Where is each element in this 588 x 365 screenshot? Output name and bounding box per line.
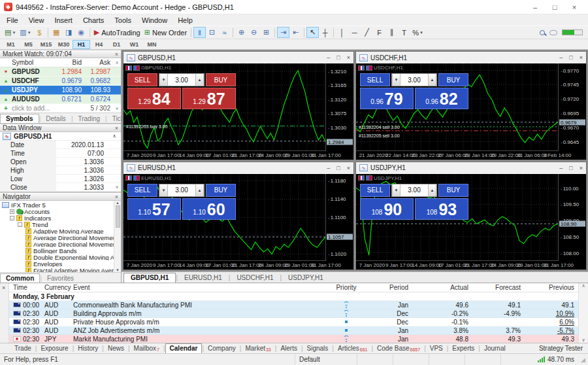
calendar-row[interactable]: 02:30AUDANZ Job Advertisements m/mJan3.8… <box>9 326 578 335</box>
event-name[interactable]: ANZ Job Advertisements m/m <box>73 327 327 334</box>
tree-item-average-directional-movement[interactable]: fAverage Directional Movement <box>0 234 114 241</box>
toolbox-tab-mailbox[interactable]: Mailbox7 <box>130 344 163 353</box>
volume-decrease-button[interactable]: ▼ <box>159 184 168 196</box>
collapse-icon[interactable]: - <box>18 222 22 227</box>
volume-spinner[interactable]: ▼3.00▲ <box>391 184 437 197</box>
column-header-forecast[interactable]: Forecast <box>468 284 521 291</box>
tree-item-indicators[interactable]: -fIndicators <box>0 215 114 221</box>
chat-icon[interactable] <box>549 30 557 35</box>
tree-item-accounts[interactable]: +Accounts <box>0 208 114 215</box>
navigator-toggle-button[interactable]: ◨ <box>63 27 75 38</box>
calendar-row[interactable]: 00:00AUDCommonwealth Bank Manufacturing … <box>9 301 578 309</box>
zoom-in-button[interactable]: ⊕ <box>235 27 248 38</box>
horizontal-line-tool-button[interactable]: ─ <box>348 27 361 38</box>
sell-price-box[interactable]: 1.2984 <box>127 88 181 109</box>
market-watch-close-icon[interactable]: × <box>115 51 118 58</box>
tile-windows-button[interactable]: ⊞ <box>260 27 272 38</box>
timeframe-mn[interactable]: MN <box>143 40 161 49</box>
calendar-row[interactable]: 02:30AUDBuilding Approvals m/mDec-0.2%-4… <box>9 309 578 318</box>
chart-tab-usdjpy-h1[interactable]: USDJPY,H1 <box>282 273 330 283</box>
tree-item-trend[interactable]: -fTrend <box>0 221 114 228</box>
tab-trading[interactable]: Trading <box>73 114 105 123</box>
column-header-priority[interactable]: Priority <box>327 284 365 291</box>
chart-tab-eurusd-h1[interactable]: EURUSD,H1 <box>178 273 229 283</box>
one-click-collapse-icon[interactable] <box>358 175 365 181</box>
sell-button[interactable]: SELL <box>360 184 390 197</box>
chart-area[interactable]: USDCHF,H1#11392204 sell 3.00#11392205 se… <box>356 63 586 160</box>
sell-button[interactable]: SELL <box>127 73 157 86</box>
chart-window-gbpusd-h1[interactable]: ∿GBPUSD,H1–□×GBPUSD,H1#11392203 buy 3.00… <box>123 51 354 160</box>
chart-tab-gbpusd-h1[interactable]: GBPUSD,H1 <box>123 273 176 283</box>
menu-help[interactable]: Help <box>172 16 198 25</box>
volume-spinner[interactable]: ▼3.00▲ <box>391 73 437 86</box>
volume-decrease-button[interactable]: ▼ <box>392 74 400 86</box>
chart-tab-usdchf-h1[interactable]: USDCHF,H1 <box>230 273 280 283</box>
chart-shift-button[interactable]: ⇤ <box>289 27 302 38</box>
chart-area[interactable]: EURUSD,H11.11801.11401.11001.10601.10201… <box>123 174 353 270</box>
profiles-button[interactable]: ▥▼ <box>18 27 33 38</box>
scroll-up-icon[interactable]: ∧ <box>581 283 585 288</box>
buy-button[interactable]: BUY <box>438 73 468 86</box>
add-symbol-icon[interactable]: + <box>0 105 12 112</box>
market-watch-toggle-button[interactable]: $ <box>33 27 46 38</box>
event-name[interactable]: Building Approvals m/m <box>73 310 327 317</box>
chart-area[interactable]: USDJPY,H1110.00109.50109.00108.50108.001… <box>356 174 586 270</box>
timeframe-w1[interactable]: W1 <box>125 40 143 49</box>
column-header-currency[interactable]: Currency <box>44 284 73 291</box>
volume-increase-button[interactable]: ▲ <box>428 74 436 86</box>
toolbox-tab-alerts[interactable]: Alerts <box>276 344 301 353</box>
data-window-header[interactable]: Data Window × <box>0 124 121 132</box>
timeframe-d1[interactable]: D1 <box>108 40 125 49</box>
navigator-close-icon[interactable]: × <box>115 194 118 200</box>
buy-price-box[interactable]: 0.9682 <box>415 88 468 109</box>
menu-tools[interactable]: Tools <box>109 16 137 25</box>
market-watch-row-usdjpy[interactable]: ▲USDJPY108.90108.93 <box>0 86 121 95</box>
chart-minimize-button[interactable]: – <box>327 54 330 61</box>
timeframe-m1[interactable]: M1 <box>2 40 20 49</box>
tab-details[interactable]: Details <box>41 114 71 123</box>
scrollbar-thumb[interactable] <box>116 205 120 228</box>
tree-item-bollinger-bands[interactable]: fBollinger Bands <box>0 247 114 254</box>
vertical-line-tool-button[interactable]: │ <box>336 27 348 38</box>
close-button[interactable]: × <box>564 3 584 11</box>
column-header-time[interactable]: Time <box>9 284 44 291</box>
navigator-scrollbar[interactable]: ▲ ▼ <box>114 201 121 272</box>
column-header-actual[interactable]: Actual <box>408 284 468 291</box>
tree-item-average-directional-movement[interactable]: fAverage Directional Movement <box>0 241 114 247</box>
auto-scroll-button[interactable]: ⇥ <box>277 27 289 38</box>
chart-maximize-button[interactable]: □ <box>569 54 572 61</box>
market-watch-header[interactable]: Market Watch: 09:07:04 × <box>0 50 121 58</box>
text-tool-button[interactable]: T <box>398 27 410 38</box>
volume-decrease-button[interactable]: ▼ <box>159 74 168 86</box>
arrows-tool-button[interactable]: %▼ <box>410 27 425 38</box>
toolbox-tab-calendar[interactable]: Calendar <box>165 343 203 353</box>
menu-file[interactable]: File <box>1 16 24 25</box>
toolbox-tab-journal[interactable]: Journal <box>480 344 510 353</box>
menu-window[interactable]: Window <box>137 16 172 25</box>
one-click-collapse-icon[interactable] <box>125 175 132 181</box>
buy-button[interactable]: BUY <box>206 184 236 197</box>
scroll-down-icon[interactable]: ∨ <box>113 106 121 111</box>
column-header-bid[interactable]: Bid <box>49 59 82 66</box>
tab-common[interactable]: Common <box>0 273 40 283</box>
trendline-tool-button[interactable]: ╱ <box>361 27 373 38</box>
chart-maximize-button[interactable]: □ <box>569 165 572 171</box>
chart-maximize-button[interactable]: □ <box>336 165 340 171</box>
volume-increase-button[interactable]: ▲ <box>428 184 436 196</box>
calendar-row[interactable]: 02:30AUDPrivate House Approvals m/mDec-0… <box>9 318 578 326</box>
toolbox-tab-trade[interactable]: Trade <box>10 344 35 353</box>
chart-minimize-button[interactable]: – <box>327 165 330 171</box>
market-watch-row-audusd[interactable]: ▲AUDUSD0.67210.6724 <box>0 95 121 104</box>
chart-close-button[interactable]: × <box>580 54 583 61</box>
cursor-tool-button[interactable]: ↖ <box>306 27 319 38</box>
tree-item-fractal-adaptive-moving-avera[interactable]: fFractal Adaptive Moving Avera <box>0 267 114 272</box>
one-click-collapse-icon[interactable] <box>125 65 132 71</box>
chart-window-titlebar[interactable]: ∿EURUSD,H1–□× <box>123 162 353 174</box>
chart-maximize-button[interactable]: □ <box>336 54 340 61</box>
chart-window-usdjpy-h1[interactable]: ∿USDJPY,H1–□×USDJPY,H1110.00109.50109.00… <box>355 162 587 271</box>
equidistant-channel-tool-button[interactable]: ∥ <box>385 27 398 38</box>
chart-line-button[interactable]: ≈ <box>218 27 231 38</box>
volume-decrease-button[interactable]: ▼ <box>392 184 400 196</box>
toolbox-close-icon[interactable]: × <box>2 285 5 291</box>
sell-button[interactable]: SELL <box>127 184 157 197</box>
